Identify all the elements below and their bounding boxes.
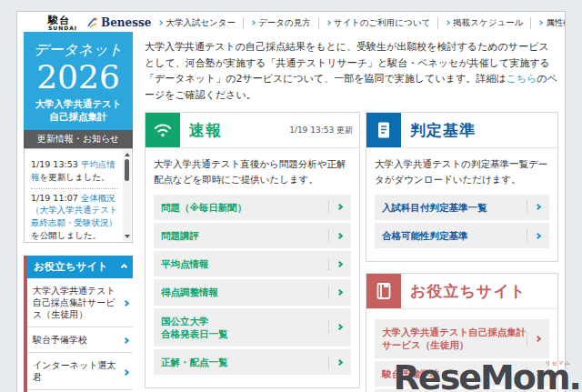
hantei-description: 大学入学共通テストの判定基準一覧データがダウンロードいただけます。 bbox=[375, 156, 549, 186]
nav-attribute-check[interactable]: 属性確認 bbox=[531, 17, 566, 29]
chevron-right-icon bbox=[328, 201, 344, 213]
intro-paragraph: 大学入学共通テストの自己採点結果をもとに、受験生が出願校を検討するためのサービス… bbox=[145, 39, 558, 103]
wifi-icon bbox=[146, 113, 180, 147]
sokuho-title: 速報 bbox=[189, 120, 222, 141]
benesse-logo-word: Benesse bbox=[101, 16, 151, 29]
update-entry: 1/19 13:53 平均点情報を更新しました。 bbox=[31, 156, 118, 189]
chevron-up-icon bbox=[121, 264, 127, 270]
chevron-right-icon bbox=[326, 20, 331, 25]
sokuho-links: 問題（※毎日新聞） 問題講評 平均点情報 得点調整情報 国公立大学 合格発表日一… bbox=[154, 195, 351, 375]
sidebar-item-sundai-school[interactable]: 駿台予備学校 bbox=[27, 327, 133, 353]
sidebar-useful-sites: お役立ちサイト 大学入学共通テスト自己採点集計サービス（生徒用） 駿台予備学校 … bbox=[24, 256, 133, 392]
link-heikinten[interactable]: 平均点情報 bbox=[154, 251, 351, 276]
banner-title: データネット bbox=[24, 41, 133, 60]
book-icon bbox=[366, 274, 401, 308]
benesse-figure-icon bbox=[86, 16, 99, 29]
sidebar: データネット 2026 大学入学共通テスト 自己採点集計 更新情報・お知らせ 1… bbox=[24, 32, 133, 392]
chevron-right-icon bbox=[328, 357, 344, 368]
sidebar-useful-sites-header[interactable]: お役立ちサイト bbox=[27, 256, 133, 278]
sokuho-section: 速報 1/19 13:53 更新 大学入学共通テスト直後から問題分析や正解配点な… bbox=[145, 112, 360, 388]
chevron-right-icon bbox=[538, 20, 544, 25]
chevron-right-icon bbox=[328, 286, 344, 298]
page-card: 駿台 SUNDAI Benesse 大学入試センター データの見方 サイトのご利… bbox=[16, 11, 566, 392]
link-tokuten-chousei[interactable]: 得点調整情報 bbox=[154, 279, 351, 305]
update-entry: 1/19 11:07 全体概況（大学入学共通テスト最終志願・受験状況）を公開しま… bbox=[31, 189, 118, 243]
useful-sites-section-header: お役立ちサイト bbox=[366, 274, 557, 309]
resemom-ruby: リセマム bbox=[545, 359, 571, 367]
sokuho-description: 大学入学共通テスト直後から問題分析や正解配点などを即時にご提供いたします。 bbox=[154, 156, 351, 186]
banner-subtitle: 大学入学共通テスト 自己採点集計 bbox=[24, 97, 133, 123]
updates-scrollbar[interactable] bbox=[123, 150, 131, 241]
scroll-up-icon[interactable] bbox=[125, 153, 130, 156]
hantei-section: 判定基準 大学入学共通テストの判定基準一覧データがダウンロードいただけます。 入… bbox=[366, 112, 558, 262]
hantei-title: 判定基準 bbox=[410, 120, 476, 141]
chevron-right-icon bbox=[445, 20, 450, 25]
chevron-right-icon bbox=[527, 201, 542, 213]
chevron-right-icon bbox=[328, 258, 344, 270]
link-seikai-haiten[interactable]: 正解・配点一覧 bbox=[154, 349, 351, 375]
main-content: 大学入学共通テストの自己採点結果をもとに、受験生が出願校を検討するためのサービス… bbox=[145, 32, 558, 392]
link-goukaku-kanousei[interactable]: 合格可能性判定基準 bbox=[375, 223, 549, 248]
hantei-section-header: 判定基準 bbox=[366, 113, 557, 148]
sidebar-item-self-scoring[interactable]: 大学入学共通テスト自己採点集計サービス（生徒用） bbox=[27, 278, 133, 327]
chevron-right-icon bbox=[250, 20, 256, 25]
top-nav: 大学入試センター データの見方 サイトのご利用について 掲載スケジュール 属性確… bbox=[151, 17, 566, 29]
nav-data-guide[interactable]: データの見方 bbox=[244, 17, 319, 29]
link-nyuushi-kamoku-hantei[interactable]: 入試科目付判定基準一覧 bbox=[375, 195, 549, 220]
chevron-right-icon bbox=[120, 366, 128, 377]
chevron-right-icon bbox=[527, 333, 542, 345]
sokuho-section-header: 速報 1/19 13:53 更新 bbox=[146, 113, 359, 148]
sundai-logo-roman: SUNDAI bbox=[48, 25, 77, 31]
resemom-watermark: ReseMom. リセマム bbox=[394, 357, 580, 392]
link-mondai-kouhyou[interactable]: 問題講評 bbox=[154, 223, 351, 248]
document-icon bbox=[366, 113, 401, 147]
sokuho-updated: 1/19 13:53 更新 bbox=[289, 125, 359, 136]
chevron-right-icon bbox=[527, 230, 542, 242]
top-bar: 駿台 SUNDAI Benesse 大学入試センター データの見方 サイトのご利… bbox=[17, 12, 565, 32]
benesse-logo[interactable]: Benesse bbox=[86, 16, 151, 29]
nav-exam-center[interactable]: 大学入試センター bbox=[151, 17, 244, 29]
banner-year: 2026 bbox=[24, 60, 133, 95]
link-self-scoring-service[interactable]: 大学入学共通テスト自己採点集計サービス（生徒用） bbox=[375, 319, 549, 357]
kochira-link[interactable]: こちら bbox=[506, 73, 537, 85]
scrollbar-thumb[interactable] bbox=[125, 159, 129, 181]
link-mondai[interactable]: 問題（※毎日新聞） bbox=[154, 195, 351, 220]
sundai-logo[interactable]: 駿台 SUNDAI bbox=[48, 15, 77, 31]
scroll-down-icon[interactable] bbox=[125, 235, 130, 238]
datanet-banner[interactable]: データネット 2026 大学入学共通テスト 自己採点集計 bbox=[24, 32, 133, 130]
sidebar-item-sentakun[interactable]: インターネット選太君 bbox=[27, 353, 133, 390]
updates-list: 1/19 13:53 平均点情報を更新しました。 1/19 11:07 全体概況… bbox=[24, 148, 133, 243]
chevron-right-icon bbox=[328, 230, 344, 242]
chevron-right-icon bbox=[328, 321, 344, 333]
chevron-right-icon bbox=[120, 297, 128, 308]
sundai-logo-kanji: 駿台 bbox=[48, 15, 77, 25]
chevron-right-icon bbox=[120, 334, 128, 346]
hantei-links: 入試科目付判定基準一覧 合格可能性判定基準 bbox=[375, 195, 549, 248]
useful-sites-title: お役立ちサイト bbox=[410, 281, 527, 302]
nav-schedule[interactable]: 掲載スケジュール bbox=[438, 17, 531, 29]
link-goukaku-happyoubi[interactable]: 国公立大学 合格発表日一覧 bbox=[154, 308, 351, 347]
updates-header: 更新情報・お知らせ bbox=[24, 130, 133, 148]
chevron-right-icon bbox=[158, 20, 164, 25]
nav-site-usage[interactable]: サイトのご利用について bbox=[319, 17, 439, 29]
